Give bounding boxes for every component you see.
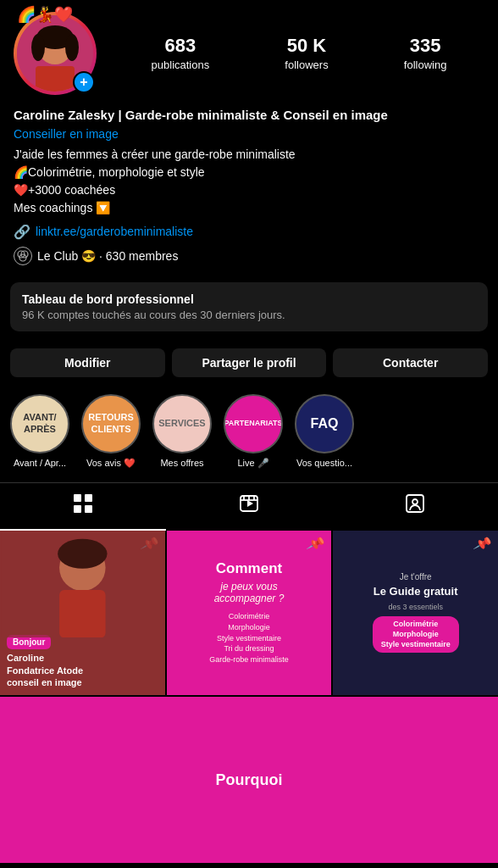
highlight-label-2: Vos avis ❤️ [86,458,136,469]
post-magenta-italic: je peux vousaccompagner ? [214,581,285,604]
tab-tagged[interactable] [332,483,498,531]
highlight-partenariats[interactable]: PARTENARIATS Live 🎤 [224,394,283,469]
club-icon [14,247,32,265]
highlight-circle-2: RETOURSCLIENTS [81,394,141,453]
highlight-circle-4: PARTENARIATS [224,394,283,453]
svg-rect-6 [36,66,75,92]
dashboard-title: Tableau de bord professionnel [22,292,476,306]
followers-label: followers [285,58,328,71]
svg-rect-12 [74,505,81,513]
club-text: Le Club 😎 · 630 membres [37,249,178,263]
highlight-circle-3: SERVICES [152,394,212,453]
publications-count: 683 [165,36,196,56]
highlight-label-3: Mes offres [160,458,203,468]
svg-point-24 [58,538,107,568]
tagged-icon [405,493,425,519]
highlight-label-4: Live 🎤 [237,458,268,469]
tab-reels[interactable] [166,483,332,531]
following-count: 335 [410,36,441,56]
followers-stat[interactable]: 50 K followers [285,36,328,70]
pin-icon-2: 📌 [306,533,326,554]
svg-point-4 [31,34,45,61]
post-item-4[interactable]: Pourquoi [0,697,498,863]
professional-dashboard[interactable]: Tableau de bord professionnel 96 K compt… [10,282,488,331]
svg-point-21 [412,499,418,504]
highlights-row: AVANT/APRÈS Avant / Apr... RETOURSCLIENT… [0,386,498,477]
highlight-vos-avis[interactable]: RETOURSCLIENTS Vos avis ❤️ [81,394,141,469]
header-emojis: 🌈💃❤️ [17,5,73,24]
contact-button[interactable]: Contacter [333,348,488,377]
highlight-services[interactable]: SERVICES Mes offres [152,394,212,469]
profile-header: 🌈💃❤️ + [0,0,498,103]
publications-label: publications [152,58,210,71]
publications-stat[interactable]: 683 publications [152,36,210,70]
post-woman-image [0,531,165,638]
edit-profile-button[interactable]: Modifier [10,348,165,377]
following-label: following [404,58,447,71]
bio-club[interactable]: Le Club 😎 · 630 membres [14,247,484,265]
post-pourquoi-text: Pourquoi [216,771,283,789]
post-item-3[interactable]: 📌 Je t'offre Le Guide gratuit des 3 esse… [333,531,498,696]
post-blue-sub: des 3 essentiels [388,603,443,611]
grid-icon [73,493,93,519]
svg-marker-15 [247,500,253,507]
highlight-avant-apres[interactable]: AVANT/APRÈS Avant / Apr... [10,394,69,469]
add-story-button[interactable]: + [73,71,95,93]
post-magenta-items: ColorimétrieMorphologieStyle vestimentai… [209,611,289,665]
posts-grid: 📌 Bonjour CarolineFondatrice Atodeconsei… [0,531,498,864]
post-blue-top: Je t'offre [400,572,432,581]
svg-rect-20 [407,495,423,512]
action-buttons: Modifier Partager le profil Contacter [0,340,498,386]
post-item-1[interactable]: 📌 Bonjour CarolineFondatrice Atodeconsei… [0,531,165,696]
bio-link[interactable]: 🔗 linktr.ee/garderobeminimaliste [14,224,484,240]
post-text-1: CarolineFondatrice Atodeconseil en image [7,652,83,688]
dashboard-subtitle: 96 K comptes touchés au cours des 30 der… [22,309,476,321]
reels-icon [239,493,259,519]
bio-section: Caroline Zalesky | Garde-robe minimalist… [0,103,498,274]
svg-rect-10 [74,494,81,502]
profile-category[interactable]: Conseiller en image [14,127,484,141]
profile-name: Caroline Zalesky | Garde-robe minimalist… [14,107,484,124]
highlight-circle-1: AVANT/APRÈS [10,394,69,453]
svg-point-5 [65,34,79,61]
share-profile-button[interactable]: Partager le profil [172,348,327,377]
svg-rect-25 [59,590,105,637]
bio-text: J'aide les femmes à créer une garde-robe… [14,146,484,217]
tab-grid[interactable] [0,483,166,531]
highlight-label-5: Vos questio... [296,458,352,468]
link-icon: 🔗 [14,224,30,240]
profile-stats: 683 publications 50 K followers 335 foll… [113,36,484,70]
avatar-wrapper: 🌈💃❤️ + [14,12,97,95]
highlight-label-1: Avant / Apr... [14,458,66,468]
following-stat[interactable]: 335 following [404,36,447,70]
linktree-link[interactable]: linktr.ee/garderobeminimaliste [36,225,193,238]
pin-icon-3: 📌 [473,533,493,554]
post-blue-badge: ColorimétrieMorphologieStyle vestimentai… [373,616,459,653]
followers-count: 50 K [287,36,326,56]
svg-rect-11 [85,494,92,502]
post-magenta-title: Comment [216,560,282,577]
highlight-faq[interactable]: FAQ Vos questio... [295,394,354,469]
highlight-circle-5: FAQ [295,394,354,453]
post-blue-title: Le Guide gratuit [374,585,458,598]
svg-rect-13 [85,505,92,513]
post-item-2[interactable]: 📌 Comment je peux vousaccompagner ? Colo… [167,531,332,696]
tab-bar [0,482,498,531]
